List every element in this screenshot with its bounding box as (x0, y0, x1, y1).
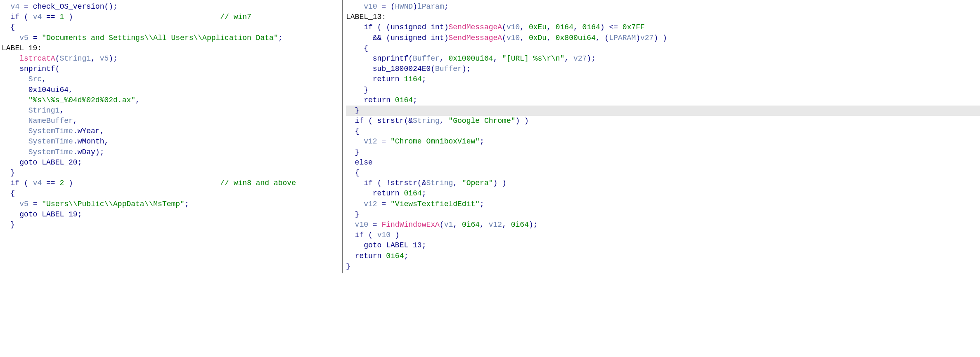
code-line[interactable]: } (346, 209, 980, 220)
code-token: 2 (59, 179, 64, 187)
code-line[interactable]: v12 = "Chrome_OmniboxView"; (346, 136, 980, 147)
indent (346, 221, 355, 229)
code-line[interactable]: SystemTime.wDay); (2, 147, 342, 157)
indent (2, 2, 11, 11)
code-token: ) (391, 231, 400, 239)
code-line[interactable]: { (346, 126, 980, 136)
indent (2, 169, 11, 177)
code-line[interactable]: if ( strstr(&String, "Google Chrome") ) (346, 116, 980, 126)
code-token: , (69, 86, 73, 94)
code-line[interactable]: goto LABEL_20; (2, 157, 342, 168)
indent (2, 200, 19, 208)
code-line[interactable]: "%s\\%s_%04d%02d%02d.ax", (2, 95, 342, 106)
indent (2, 65, 19, 73)
code-line[interactable]: } (2, 220, 342, 230)
decompiler-right-pane[interactable]: v10 = (HWND)lParam;LABEL_13: if ( (unsig… (343, 0, 980, 273)
code-line[interactable]: lstrcatA(String1, v5); (2, 54, 342, 64)
code-token: = (368, 221, 381, 229)
code-line[interactable]: } (346, 147, 980, 157)
code-line[interactable]: v5 = "Users\\Public\\AppData\\MsTemp"; (2, 199, 342, 209)
code-line[interactable]: SystemTime.wMonth, (2, 136, 342, 147)
code-token: = (377, 200, 391, 208)
code-token: v4 (11, 2, 20, 11)
code-line[interactable]: v4 = check_OS_version(); (2, 2, 342, 12)
indent (346, 252, 355, 260)
code-token: SystemTime (28, 148, 73, 156)
code-token: 0x800ui64 (556, 34, 596, 42)
code-line[interactable]: { (346, 168, 980, 178)
code-token: // win8 and above (220, 179, 296, 187)
code-token: SendMessageA (448, 34, 502, 42)
indent (2, 158, 19, 167)
code-line[interactable]: NameBuffer, (2, 116, 342, 126)
code-line[interactable]: String1, (2, 106, 342, 116)
code-line[interactable]: 0x104ui64, (2, 85, 342, 95)
code-line[interactable]: v5 = "Documents and Settings\\All Users\… (2, 33, 342, 43)
code-token: ) (444, 23, 449, 31)
code-line[interactable]: v12 = "ViewsTextfieldEdit"; (346, 199, 980, 209)
code-line[interactable]: snprintf( (2, 64, 342, 74)
code-token: ; (422, 75, 426, 83)
code-token: v4 (33, 13, 42, 21)
code-line[interactable]: v10 = (HWND)lParam; (346, 2, 980, 12)
code-line[interactable]: return 0i64; (346, 95, 980, 106)
code-line[interactable]: return 1i64; (346, 74, 980, 85)
code-line[interactable]: if ( v4 == 2 ) // win8 and above (2, 178, 342, 188)
code-token: check_OS_version (33, 2, 104, 11)
code-line[interactable]: if ( v4 == 1 ) // win7 (2, 12, 342, 22)
code-token: Src (28, 75, 42, 83)
code-line[interactable]: } (346, 261, 980, 272)
code-line[interactable]: { (2, 188, 342, 199)
code-line[interactable]: snprintf(Buffer, 0x1000ui64, "[URL] %s\r… (346, 54, 980, 64)
code-token: = ( (377, 2, 395, 11)
code-line[interactable]: return 0i64; (346, 251, 980, 261)
code-line[interactable]: { (2, 22, 342, 33)
code-token: } (355, 106, 360, 115)
code-token: ; (444, 2, 449, 11)
code-line[interactable]: } (2, 168, 342, 178)
code-token: , (520, 34, 529, 42)
code-line[interactable]: if ( !strstr(&String, "Opera") ) (346, 178, 980, 188)
code-token: , (42, 75, 46, 83)
indent (346, 137, 364, 146)
code-line[interactable]: LABEL_19: (2, 43, 342, 54)
code-token: v5 (19, 34, 28, 42)
indent (2, 221, 11, 229)
code-line[interactable]: else (346, 157, 980, 168)
code-line[interactable]: if ( (unsigned int)SendMessageA(v10, 0xE… (346, 22, 980, 33)
code-token (381, 252, 386, 260)
code-token: unsigned int (391, 23, 444, 31)
code-line[interactable]: } (346, 106, 980, 116)
code-token: ( (19, 179, 33, 187)
code-line[interactable]: && (unsigned int)SendMessageA(v10, 0xDu,… (346, 33, 980, 43)
code-line[interactable]: { (346, 43, 980, 54)
code-line[interactable]: return 0i64; (346, 188, 980, 199)
code-token: v12 (489, 221, 502, 229)
code-token: .wYear, (73, 127, 104, 135)
code-line[interactable]: SystemTime.wYear, (2, 126, 342, 136)
code-token: else (355, 158, 373, 167)
code-line[interactable]: } (346, 85, 980, 95)
code-line[interactable]: LABEL_13: (346, 12, 980, 22)
decompiler-left-pane[interactable]: v4 = check_OS_version(); if ( v4 == 1 ) … (0, 0, 343, 273)
code-token: v4 (33, 179, 42, 187)
indent (346, 54, 373, 63)
code-token: .wDay); (73, 148, 104, 156)
code-token: 0xEu (529, 23, 547, 31)
code-token: == (42, 13, 59, 21)
code-line[interactable]: if ( v10 ) (346, 230, 980, 240)
code-line[interactable]: Src, (2, 74, 342, 85)
indent (2, 189, 11, 197)
code-line[interactable]: goto LABEL_19; (2, 209, 342, 220)
code-token: , (440, 117, 449, 125)
code-token: , (440, 54, 449, 63)
code-token: } (355, 210, 360, 218)
code-line[interactable]: v10 = FindWindowExA(v1, 0i64, v12, 0i64)… (346, 220, 980, 230)
code-line[interactable]: sub_1800024E0(Buffer); (346, 64, 980, 74)
code-line[interactable]: goto LABEL_13; (346, 240, 980, 251)
code-token: v10 (364, 2, 377, 11)
code-token: ; (480, 200, 484, 208)
code-token: LABEL_19: (2, 44, 42, 52)
code-token: = (377, 137, 391, 146)
code-token: } (364, 86, 368, 94)
